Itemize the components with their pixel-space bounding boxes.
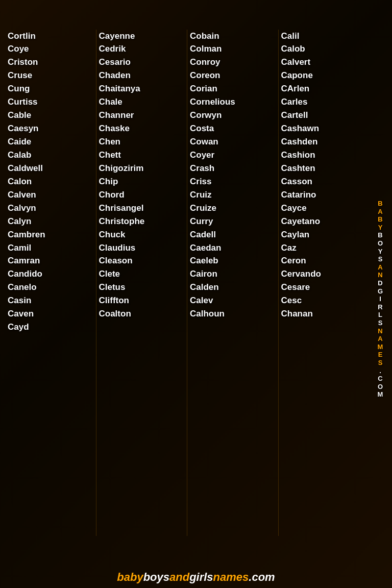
side-letter: I xyxy=(379,295,381,303)
name-item: Crash xyxy=(190,162,276,175)
side-letter: M xyxy=(378,390,383,399)
name-item: Calon xyxy=(8,175,93,188)
page-container: BABYBOYSANDGIRLSNAMES.COM CortlinCoyeCri… xyxy=(0,0,392,588)
name-item: Corian xyxy=(190,83,276,96)
side-letter: N xyxy=(378,327,382,335)
name-item: Cletus xyxy=(99,281,185,295)
name-item: Chrisangel xyxy=(99,202,185,215)
name-item: Cowan xyxy=(190,136,276,149)
name-item: Cornelious xyxy=(190,96,276,109)
name-item: Christophe xyxy=(99,215,185,228)
name-item: Chigozirim xyxy=(99,162,185,175)
side-letter: S xyxy=(378,319,383,327)
name-item: Coalton xyxy=(99,308,185,321)
name-item: Chanan xyxy=(281,308,367,321)
footer-text: babyboysandgirlsnames.com xyxy=(0,571,392,584)
name-item: Cobain xyxy=(190,30,276,43)
name-item: Camran xyxy=(8,255,93,268)
side-letter: D xyxy=(378,279,382,287)
side-letter: C xyxy=(378,375,382,383)
name-item: Calab xyxy=(8,149,93,162)
name-item: Corwyn xyxy=(190,109,276,122)
side-letter: L xyxy=(378,311,382,319)
name-item: Chaske xyxy=(99,122,185,136)
side-letter: B xyxy=(378,231,382,239)
name-item: Chaitanya xyxy=(99,83,185,96)
name-item: CArlen xyxy=(281,83,367,96)
name-item: Cashden xyxy=(281,136,367,149)
names-column-4: CalilCalobCalvertCaponeCArlenCarlesCarte… xyxy=(278,30,370,536)
name-item: Caylan xyxy=(281,228,367,241)
name-item: Calil xyxy=(281,30,367,43)
name-item: Cashawn xyxy=(281,122,367,136)
footer: babyboysandgirlsnames.com xyxy=(0,571,392,584)
name-item: Chale xyxy=(99,96,185,109)
footer-baby: baby xyxy=(117,571,143,583)
name-item: Cashion xyxy=(281,149,367,162)
name-item: Calvert xyxy=(281,56,367,69)
side-letter: E xyxy=(378,351,383,359)
name-item: Costa xyxy=(190,122,276,136)
side-letter: Y xyxy=(378,248,383,256)
name-item: Curry xyxy=(190,215,276,228)
footer-com: .com xyxy=(249,571,275,583)
name-item: Cayenne xyxy=(99,30,185,43)
name-item: Camil xyxy=(8,241,93,255)
name-item: Caeleb xyxy=(190,255,276,268)
name-item: Caedan xyxy=(190,241,276,255)
name-item: Casson xyxy=(281,175,367,188)
footer-and: and xyxy=(169,571,189,583)
names-grid: CortlinCoyeCristonCruseCungCurtissCableC… xyxy=(0,27,392,538)
side-letter: Y xyxy=(378,224,383,232)
name-item: Canelo xyxy=(8,281,93,295)
name-item: Cartell xyxy=(281,109,367,122)
name-item: Carles xyxy=(281,96,367,109)
name-item: Chip xyxy=(99,175,185,188)
name-item: Curtiss xyxy=(8,96,93,109)
name-item: Clete xyxy=(99,268,185,281)
name-item: Calden xyxy=(190,281,276,295)
name-item: Criston xyxy=(8,56,93,69)
names-column-1: CortlinCoyeCristonCruseCungCurtissCableC… xyxy=(5,30,96,536)
header xyxy=(0,5,392,27)
names-column-2: CayenneCedrikCesarioChadenChaitanyaChale… xyxy=(96,30,187,536)
name-item: Cedrik xyxy=(99,43,185,56)
name-item: Chord xyxy=(99,188,185,202)
name-item: Cayce xyxy=(281,202,367,215)
side-letter: B xyxy=(378,215,382,224)
side-letter: O xyxy=(378,383,383,391)
name-item: Calev xyxy=(190,295,276,308)
side-letter: M xyxy=(378,343,383,351)
name-item: Chuck xyxy=(99,228,185,241)
name-item: Cashten xyxy=(281,162,367,175)
name-item: Catarino xyxy=(281,188,367,202)
name-item: Calyn xyxy=(8,215,93,228)
name-item: Cairon xyxy=(190,268,276,281)
name-item: Caesyn xyxy=(8,122,93,136)
name-item: Cayetano xyxy=(281,215,367,228)
name-item: Caz xyxy=(281,241,367,255)
name-item: Cruiz xyxy=(190,188,276,202)
names-column-3: CobainColmanConroyCoreonCorianCornelious… xyxy=(187,30,278,536)
name-item: Cleason xyxy=(99,255,185,268)
side-letter: S xyxy=(378,359,383,367)
name-item: Channer xyxy=(99,109,185,122)
side-letter: O xyxy=(378,239,383,248)
name-item: Caldwell xyxy=(8,162,93,175)
name-item: Cervando xyxy=(281,268,367,281)
name-item: Chaden xyxy=(99,69,185,83)
name-item: Cambren xyxy=(8,228,93,241)
side-letter: N xyxy=(378,271,382,279)
side-text: BABYBOYSANDGIRLSNAMES.COM xyxy=(373,51,388,547)
name-item: Calvyn xyxy=(8,202,93,215)
name-item: Cliffton xyxy=(99,295,185,308)
name-item: Caven xyxy=(8,308,93,321)
name-item: Coreon xyxy=(190,69,276,83)
name-item: Candido xyxy=(8,268,93,281)
name-item: Cable xyxy=(8,109,93,122)
side-letter: A xyxy=(378,263,382,272)
name-item: Coyer xyxy=(190,149,276,162)
side-letter: R xyxy=(378,303,382,311)
name-item: Cesc xyxy=(281,295,367,308)
footer-girls: girls xyxy=(189,571,213,583)
